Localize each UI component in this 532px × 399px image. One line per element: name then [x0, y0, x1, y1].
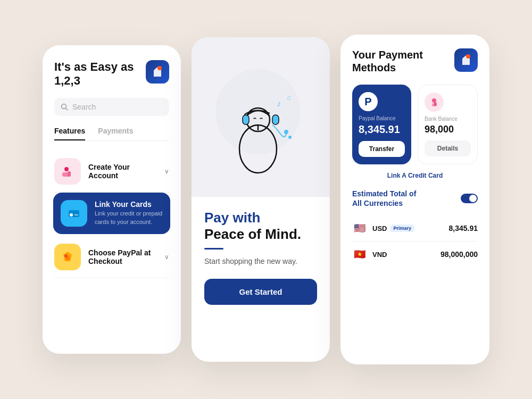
feature-text-create-account: Create Your Account — [88, 163, 157, 180]
details-button[interactable]: Details — [425, 140, 471, 156]
vnd-amount: 98,000,000 — [440, 250, 478, 259]
feature-title-link-cards: Link Your Cards — [95, 200, 163, 209]
feature-title-paypal-checkout: Choose PayPal at Checkout — [88, 248, 157, 265]
svg-rect-16 — [243, 115, 249, 124]
currency-row-usd: 🇺🇸 USD Primary 8,345.91 — [352, 215, 478, 242]
usd-code: USD — [372, 225, 387, 232]
feature-desc-link-cards: Link your credit or prepaid cards to you… — [95, 210, 163, 226]
feature-item-paypal-checkout[interactable]: Choose PayPal at Checkout ∨ — [54, 236, 169, 278]
svg-text:♫: ♫ — [286, 94, 291, 102]
svg-rect-25 — [434, 102, 437, 106]
card1-title: It's as Easy as 1,2,3 — [54, 60, 145, 88]
paypal-balance-label: Paypal Balance — [359, 115, 405, 121]
vnd-info: VND — [372, 251, 435, 259]
create-account-icon — [54, 158, 81, 185]
currency-toggle[interactable] — [461, 194, 478, 203]
app-icon-card3 — [454, 48, 478, 72]
svg-point-21 — [288, 136, 292, 139]
card2-content: Pay with Peace of Mind. Start shopping t… — [192, 197, 330, 362]
tab-features[interactable]: Features — [54, 127, 85, 140]
bank-logo — [425, 93, 444, 112]
payment-methods-row: P Paypal Balance 8,345.91 Transfer Bank … — [352, 85, 478, 164]
vnd-code: VND — [372, 251, 387, 259]
paypal-checkout-icon — [54, 244, 81, 270]
onboarding-illustration: ♪ ♫ — [192, 37, 330, 197]
card2-headline-dark: Peace of Mind. — [204, 226, 301, 242]
bank-balance-label: Bank Balance — [425, 116, 471, 122]
bank-amount: 98,000 — [425, 124, 471, 135]
app-icon — [146, 60, 169, 84]
usd-info: USD Primary — [372, 225, 444, 232]
bank-card: Bank Balance 98,000 Details — [418, 85, 478, 164]
svg-point-0 — [157, 66, 162, 70]
feature-item-create-account[interactable]: Create Your Account ∨ — [54, 151, 169, 193]
feature-text-paypal-checkout: Choose PayPal at Checkout — [88, 248, 157, 265]
paypal-amount: 8,345.91 — [359, 123, 405, 136]
search-placeholder: Search — [72, 103, 96, 111]
link-credit-card[interactable]: Link A Credit Card — [352, 172, 478, 179]
card-onboarding: ♪ ♫ Pay with Peace of Mind. Start shoppi… — [192, 37, 330, 362]
card-features: It's as Easy as 1,2,3 Search Features Pa… — [43, 45, 181, 354]
svg-point-20 — [284, 130, 288, 134]
estimated-section: Estimated Total of All Currencies 🇺🇸 USD… — [352, 189, 478, 267]
card2-headline: Pay with Peace of Mind. — [204, 210, 317, 243]
feature-text-link-cards: Link Your Cards Link your credit or prep… — [95, 200, 163, 226]
chevron-create-account: ∨ — [164, 168, 169, 175]
svg-point-22 — [466, 54, 470, 59]
svg-point-7 — [70, 213, 73, 217]
vnd-flag: 🇻🇳 — [352, 247, 367, 262]
estimated-title: Estimated Total of All Currencies — [352, 189, 416, 208]
get-started-button[interactable]: Get Started — [204, 279, 317, 305]
paypal-card: P Paypal Balance 8,345.91 Transfer — [352, 85, 411, 164]
estimated-header: Estimated Total of All Currencies — [352, 189, 478, 208]
transfer-button[interactable]: Transfer — [359, 141, 405, 157]
card-payment-methods: Your Payment Methods P Paypal Balance 8,… — [340, 35, 489, 364]
usd-amount: 8,345.91 — [449, 224, 478, 232]
card2-divider — [204, 248, 223, 250]
tab-payments[interactable]: Payments — [98, 127, 133, 140]
svg-line-2 — [66, 108, 68, 110]
svg-text:♪: ♪ — [277, 99, 281, 108]
currency-row-vnd: 🇻🇳 VND 98,000,000 — [352, 242, 478, 267]
svg-point-23 — [432, 98, 436, 103]
card2-subtitle: Start shopping the new way. — [204, 256, 317, 267]
svg-rect-17 — [272, 115, 279, 124]
card3-header: Your Payment Methods — [352, 48, 478, 74]
search-icon — [61, 103, 68, 111]
feature-title-create-account: Create Your Account — [88, 163, 157, 180]
svg-rect-3 — [64, 167, 69, 171]
tabs-bar: Features Payments — [54, 127, 169, 141]
svg-point-11 — [64, 254, 68, 257]
svg-point-12 — [215, 69, 301, 154]
paypal-logo: P — [359, 92, 378, 111]
card1-header: It's as Easy as 1,2,3 — [54, 60, 169, 88]
svg-rect-8 — [74, 214, 78, 215]
search-bar[interactable]: Search — [54, 98, 169, 116]
link-cards-icon — [61, 200, 87, 227]
svg-rect-5 — [68, 171, 71, 177]
chevron-paypal-checkout: ∨ — [164, 253, 169, 261]
card2-headline-colored: Pay with — [204, 210, 260, 226]
feature-item-link-cards[interactable]: Link Your Cards Link your credit or prep… — [53, 193, 170, 234]
primary-badge: Primary — [390, 225, 414, 232]
payment-methods-title: Your Payment Methods — [352, 48, 454, 74]
usd-flag: 🇺🇸 — [352, 221, 367, 236]
